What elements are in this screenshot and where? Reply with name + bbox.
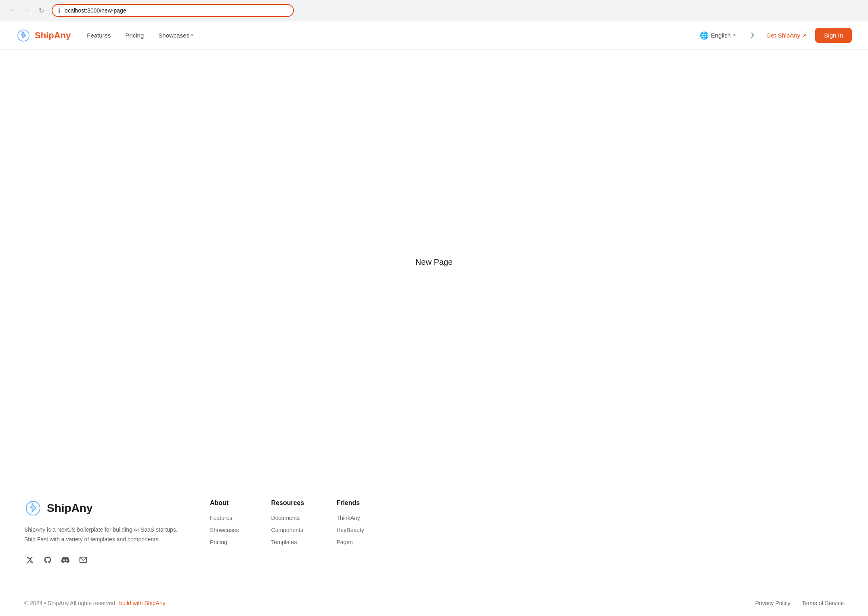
friends-heading: Friends	[336, 499, 364, 507]
footer-copyright: © 2024 • ShipAny All rights reserved. bu…	[24, 600, 166, 606]
resources-link-templates[interactable]: Templates	[271, 539, 304, 545]
resources-heading: Resources	[271, 499, 304, 507]
twitter-x-icon[interactable]	[24, 554, 36, 566]
back-button[interactable]: ←	[6, 5, 18, 16]
nav-links: Features Pricing Showcases ▾	[87, 32, 700, 39]
footer-col-about: About Features Showcases Pricing	[210, 499, 239, 566]
nav-link-features[interactable]: Features	[87, 32, 111, 39]
about-heading: About	[210, 499, 239, 507]
page-title: New Page	[415, 258, 453, 267]
globe-icon: 🌐	[700, 31, 709, 40]
footer-col-friends: Friends ThinkAny HeyBeauty Pagen	[336, 499, 364, 566]
address-bar[interactable]: ℹ localhost:3000/new-page	[52, 4, 294, 17]
footer-logo-area[interactable]: ShipAny	[24, 499, 178, 517]
language-selector[interactable]: 🌐 English ▾	[700, 31, 736, 40]
about-links: Features Showcases Pricing	[210, 515, 239, 545]
showcases-chevron: ▾	[191, 33, 193, 38]
terms-of-service-link[interactable]: Terms of Service	[802, 600, 844, 606]
about-link-features[interactable]: Features	[210, 515, 239, 521]
navbar-right: 🌐 English ▾ ☽ Get ShipAny ↗ Sign In	[700, 28, 852, 43]
nav-link-pricing[interactable]: Pricing	[125, 32, 144, 39]
main-content: New Page	[0, 50, 868, 475]
friends-link-heybeauty[interactable]: HeyBeauty	[336, 527, 364, 533]
info-icon: ℹ	[58, 7, 60, 14]
footer-social	[24, 554, 178, 566]
resources-link-documents[interactable]: Documents	[271, 515, 304, 521]
language-chevron: ▾	[733, 33, 736, 38]
logo-icon	[16, 28, 31, 43]
footer-col-resources: Resources Documents Components Templates	[271, 499, 304, 566]
email-icon[interactable]	[78, 554, 89, 566]
moon-icon: ☽	[748, 31, 754, 40]
logo-text: ShipAny	[35, 30, 71, 41]
language-label: English	[711, 32, 731, 39]
discord-icon[interactable]	[60, 554, 71, 566]
nav-link-showcases[interactable]: Showcases ▾	[158, 32, 193, 39]
url-text: localhost:3000/new-page	[63, 7, 126, 14]
footer-columns: About Features Showcases Pricing Resourc…	[210, 499, 844, 566]
about-link-pricing[interactable]: Pricing	[210, 539, 239, 545]
browser-nav-buttons: ← → ↻	[6, 5, 47, 16]
resources-link-components[interactable]: Components	[271, 527, 304, 533]
get-shipany-link[interactable]: Get ShipAny ↗	[766, 32, 807, 39]
friends-link-pagen[interactable]: Pagen	[336, 539, 364, 545]
footer-description: ShipAny is a NextJS boilerplate for buil…	[24, 525, 178, 545]
arrow-icon: ↗	[802, 32, 807, 39]
footer-bottom-links: Privacy Policy Terms of Service	[755, 600, 844, 606]
resources-links: Documents Components Templates	[271, 515, 304, 545]
sign-in-button[interactable]: Sign In	[815, 28, 852, 43]
github-icon[interactable]	[42, 554, 53, 566]
navbar: ShipAny Features Pricing Showcases ▾ 🌐 E…	[0, 21, 868, 50]
privacy-policy-link[interactable]: Privacy Policy	[755, 600, 790, 606]
copyright-text: © 2024 • ShipAny All rights reserved.	[24, 600, 117, 606]
friends-link-thinkany[interactable]: ThinkAny	[336, 515, 364, 521]
forward-button[interactable]: →	[21, 5, 32, 16]
footer-bottom: © 2024 • ShipAny All rights reserved. bu…	[24, 590, 844, 616]
footer: ShipAny ShipAny is a NextJS boilerplate …	[0, 475, 868, 616]
footer-brand: ShipAny ShipAny is a NextJS boilerplate …	[24, 499, 178, 566]
footer-logo-icon	[24, 499, 42, 517]
about-link-showcases[interactable]: Showcases	[210, 527, 239, 533]
reload-button[interactable]: ↻	[36, 5, 47, 16]
footer-main: ShipAny ShipAny is a NextJS boilerplate …	[24, 499, 844, 590]
theme-toggle-button[interactable]: ☽	[744, 28, 758, 43]
logo-area[interactable]: ShipAny	[16, 28, 71, 43]
browser-chrome: ← → ↻ ℹ localhost:3000/new-page	[0, 0, 868, 21]
friends-links: ThinkAny HeyBeauty Pagen	[336, 515, 364, 545]
build-with-link[interactable]: build with ShipAny	[119, 600, 165, 606]
footer-logo-text: ShipAny	[47, 502, 93, 515]
